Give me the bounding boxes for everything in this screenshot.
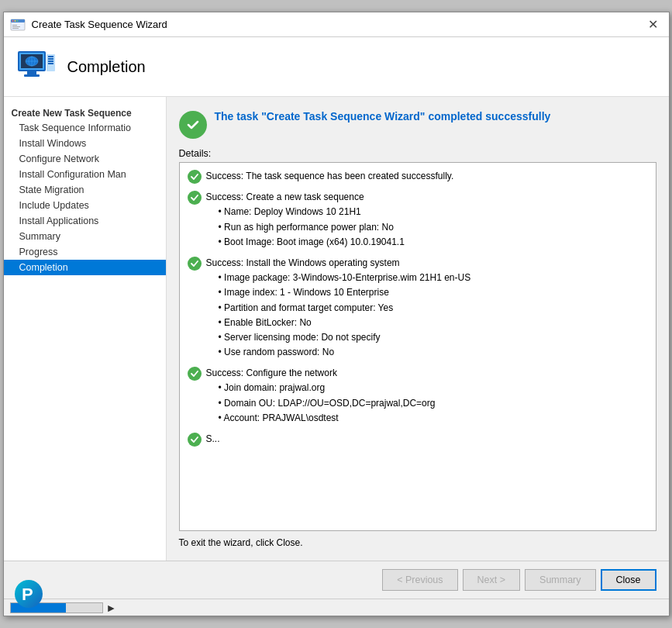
svg-rect-14 [48, 56, 53, 57]
svg-text:P: P [22, 585, 33, 604]
entry-3-bullet-2: Partition and format target computer: Ye… [206, 301, 648, 316]
entry-5-icon [188, 433, 202, 447]
footer-note: To exit the wizard, click Close. [179, 537, 656, 548]
entry-4-bullet-2: Account: PRAJWAL\osdtest [206, 411, 648, 426]
entry-3-bullet-4: Server licensing mode: Do not specify [206, 330, 648, 345]
entry-4-bullet-1: Domain OU: LDAP://OU=OSD,DC=prajwal,DC=o… [206, 396, 648, 411]
svg-rect-16 [48, 60, 53, 62]
svg-rect-11 [27, 71, 36, 74]
logo-area: P [14, 579, 43, 611]
entry-2-content: Success: Create a new task sequence Name… [206, 190, 648, 250]
svg-point-3 [14, 20, 16, 22]
success-circle-icon [179, 111, 207, 139]
summary-button[interactable]: Summary [525, 569, 595, 591]
detail-entry-3: Success: Install the Windows operating s… [188, 256, 648, 360]
status-bar-arrow[interactable]: ► [106, 602, 117, 614]
entry-3-bullet-3: Enable BitLocker: No [206, 316, 648, 330]
entry-3-bullet-1: Image index: 1 - Windows 10 Enterprise [206, 285, 648, 300]
close-button[interactable]: Close [601, 569, 656, 591]
entry-1-title: Success: The task sequence has been crea… [206, 169, 648, 184]
wizard-window: Create Task Sequence Wizard ✕ [3, 12, 670, 616]
entry-3-title: Success: Install the Windows operating s… [206, 256, 648, 271]
sidebar-item-summary[interactable]: Summary [4, 229, 166, 244]
svg-rect-15 [48, 58, 53, 60]
details-label: Details: [179, 148, 656, 159]
entry-3-bullet-5: Use random password: No [206, 345, 648, 360]
sidebar-item-include-updates[interactable]: Include Updates [4, 198, 166, 213]
detail-entry-2: Success: Create a new task sequence Name… [188, 190, 648, 250]
svg-point-2 [12, 20, 13, 22]
wizard-icon [10, 17, 26, 33]
entry-3-bullet-0: Image package: 3-Windows-10-Enterprise.w… [206, 271, 648, 285]
entry-1-icon [188, 170, 202, 184]
entry-4-content: Success: Configure the network Join doma… [206, 366, 648, 426]
entry-2-bullet-0: Name: Deploy Windows 10 21H1 [206, 205, 648, 219]
details-box[interactable]: Success: The task sequence has been crea… [179, 162, 656, 531]
sidebar-group-label: Create New Task Sequence [4, 105, 166, 120]
entry-2-title: Success: Create a new task sequence [206, 190, 648, 205]
sidebar-item-install-windows[interactable]: Install Windows [4, 136, 166, 151]
entry-3-content: Success: Install the Windows operating s… [206, 256, 648, 360]
svg-rect-12 [24, 74, 40, 77]
svg-rect-5 [12, 25, 17, 26]
svg-rect-6 [12, 26, 20, 27]
detail-entry-5: S... [188, 432, 648, 447]
window-title: Create Task Sequence Wizard [32, 19, 644, 30]
entry-2-bullet-2: Boot Image: Boot image (x64) 10.0.19041.… [206, 235, 648, 250]
entry-5-title: S... [206, 432, 648, 447]
entry-2-bullet-1: Run as high performance power plan: No [206, 220, 648, 235]
detail-entry-1: Success: The task sequence has been crea… [188, 169, 648, 184]
success-text: The task "Create Task Sequence Wizard" c… [215, 109, 551, 125]
entry-4-title: Success: Configure the network [206, 366, 648, 381]
close-icon[interactable]: ✕ [644, 16, 663, 34]
svg-point-4 [16, 20, 18, 22]
button-bar: < Previous Next > Summary Close [4, 561, 669, 599]
previous-button[interactable]: < Previous [382, 569, 457, 591]
title-bar: Create Task Sequence Wizard ✕ [4, 12, 669, 37]
sidebar-item-task-seq-info[interactable]: Task Sequence Informatio [4, 120, 166, 136]
sidebar-item-configure-network[interactable]: Configure Network [4, 151, 166, 167]
entry-4-icon [188, 367, 202, 381]
sidebar-item-state-migration[interactable]: State Migration [4, 182, 166, 198]
entry-3-icon [188, 257, 202, 271]
header-icon [16, 47, 57, 87]
main-panel: The task "Create Task Sequence Wizard" c… [167, 97, 669, 561]
success-banner: The task "Create Task Sequence Wizard" c… [179, 109, 656, 139]
detail-entry-4: Success: Configure the network Join doma… [188, 366, 648, 426]
header-title: Completion [67, 58, 146, 76]
entry-4-bullet-0: Join domain: prajwal.org [206, 381, 648, 395]
status-bar: ► [4, 599, 669, 616]
sidebar-item-install-applications[interactable]: Install Applications [4, 213, 166, 229]
svg-rect-17 [48, 63, 53, 64]
entry-1-content: Success: The task sequence has been crea… [206, 169, 648, 184]
sidebar-item-progress[interactable]: Progress [4, 244, 166, 260]
sidebar-item-install-config-mgr[interactable]: Install Configuration Man [4, 167, 166, 182]
svg-rect-7 [12, 28, 19, 29]
header-area: Completion [4, 37, 669, 97]
entry-2-icon [188, 191, 202, 205]
sidebar: Create New Task Sequence Task Sequence I… [4, 97, 167, 561]
entry-5-content: S... [206, 432, 648, 447]
content-area: Create New Task Sequence Task Sequence I… [4, 97, 669, 561]
sidebar-item-completion[interactable]: Completion [4, 260, 166, 275]
next-button[interactable]: Next > [463, 569, 520, 591]
